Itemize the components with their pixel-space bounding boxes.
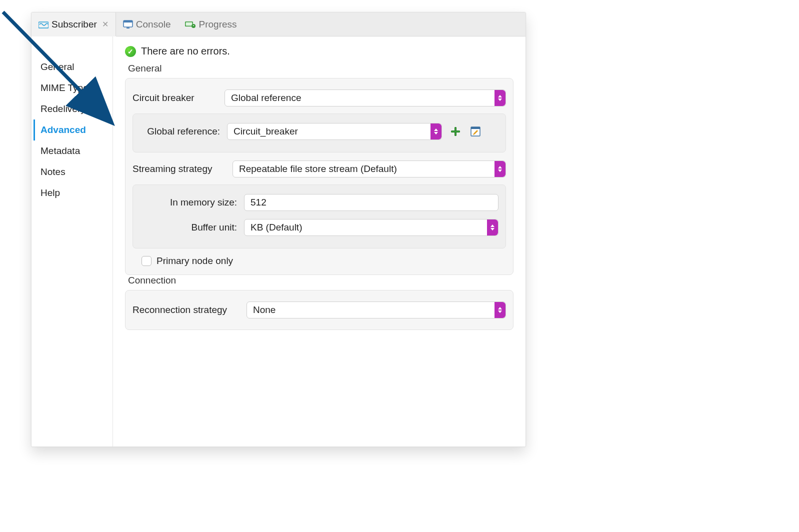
in-memory-size-value: 512 — [250, 197, 266, 208]
status-text: There are no errors. — [141, 46, 230, 57]
buffer-unit-label: Buffer unit: — [161, 222, 237, 233]
stepper-icon — [494, 161, 506, 177]
sidebar-item-metadata[interactable]: Metadata — [40, 140, 112, 162]
global-reference-value: Circuit_breaker — [234, 126, 298, 137]
config-window: Subscriber ✕ Console Progress General MI… — [31, 12, 526, 447]
in-memory-size-label: In memory size: — [161, 197, 237, 208]
status-row: ✓ There are no errors. — [125, 44, 514, 63]
subscriber-icon — [38, 20, 48, 28]
sidebar-item-advanced[interactable]: Advanced — [34, 120, 112, 140]
sidebar-item-label: Help — [40, 188, 60, 198]
sidebar-item-label: Redelivery — [40, 104, 86, 114]
svg-rect-9 — [471, 127, 480, 129]
sidebar-item-label: Notes — [40, 166, 66, 177]
streaming-inset: In memory size: 512 Buffer unit: KB (Def… — [132, 184, 506, 248]
circuit-breaker-value: Global reference — [231, 92, 301, 104]
primary-node-only-label: Primary node only — [156, 256, 233, 266]
reconnection-strategy-select[interactable]: None — [246, 302, 506, 318]
stepper-icon — [494, 302, 506, 318]
tab-subscriber[interactable]: Subscriber ✕ — [32, 12, 116, 36]
section-title-connection: Connection — [125, 275, 514, 290]
reconnection-strategy-label: Reconnection strategy — [132, 304, 240, 316]
console-icon — [123, 20, 133, 29]
circuit-breaker-select[interactable]: Global reference — [224, 90, 506, 106]
reconnection-strategy-value: None — [253, 304, 276, 316]
sidebar-item-help[interactable]: Help — [40, 182, 112, 204]
buffer-unit-select[interactable]: KB (Default) — [244, 219, 498, 236]
streaming-strategy-value: Repeatable file store stream (Default) — [239, 164, 397, 174]
connection-panel: Reconnection strategy None — [125, 290, 514, 330]
tab-console[interactable]: Console — [116, 12, 178, 36]
in-memory-size-input[interactable]: 512 — [244, 194, 498, 211]
global-reference-select[interactable]: Circuit_breaker — [227, 123, 442, 140]
success-icon: ✓ — [125, 46, 136, 57]
svg-rect-4 — [126, 28, 130, 28]
edit-button[interactable] — [469, 125, 482, 138]
primary-node-only-checkbox[interactable] — [142, 256, 152, 266]
content-pane: ✓ There are no errors. General Circuit b… — [113, 36, 526, 446]
global-reference-inset: Global reference: Circuit_breaker — [132, 114, 506, 152]
sidebar-item-label: MIME Type — [40, 82, 88, 93]
plus-icon — [450, 126, 461, 137]
edit-icon — [470, 126, 480, 136]
sidebar-item-mime-type[interactable]: MIME Type — [40, 78, 112, 98]
tab-console-label: Console — [136, 19, 171, 30]
tab-progress-label: Progress — [199, 19, 237, 30]
svg-rect-6 — [186, 22, 192, 26]
close-icon[interactable]: ✕ — [102, 20, 108, 29]
progress-icon — [185, 20, 196, 28]
buffer-unit-value: KB (Default) — [250, 222, 302, 233]
sidebar-item-redelivery[interactable]: Redelivery — [40, 98, 112, 120]
streaming-strategy-label: Streaming strategy — [132, 164, 226, 174]
tab-bar: Subscriber ✕ Console Progress — [32, 12, 526, 36]
sidebar-item-general[interactable]: General — [40, 56, 112, 78]
sidebar-item-label: Advanced — [40, 124, 86, 135]
tab-progress[interactable]: Progress — [178, 12, 244, 36]
general-panel: Circuit breaker Global reference Global … — [125, 78, 514, 275]
global-reference-label: Global reference: — [140, 126, 220, 137]
stepper-icon — [494, 90, 506, 106]
sidebar: General MIME Type Redelivery Advanced Me… — [32, 36, 113, 446]
tab-subscriber-label: Subscriber — [52, 19, 97, 30]
add-button[interactable] — [449, 125, 462, 138]
streaming-strategy-select[interactable]: Repeatable file store stream (Default) — [232, 160, 506, 178]
sidebar-item-label: General — [40, 62, 74, 72]
sidebar-item-label: Metadata — [40, 146, 80, 156]
svg-rect-3 — [124, 20, 132, 22]
sidebar-item-notes[interactable]: Notes — [40, 162, 112, 182]
stepper-icon — [487, 220, 498, 236]
circuit-breaker-label: Circuit breaker — [132, 92, 218, 104]
section-title-general: General — [125, 63, 514, 78]
stepper-icon — [430, 124, 442, 140]
